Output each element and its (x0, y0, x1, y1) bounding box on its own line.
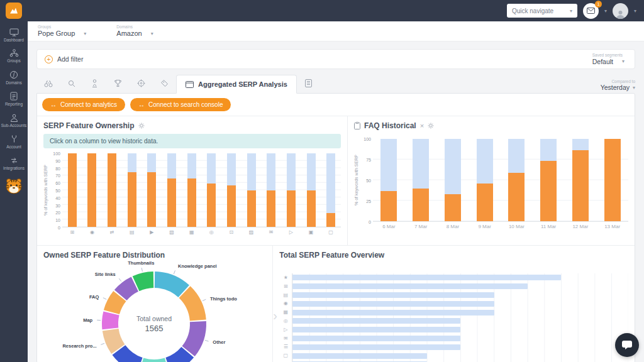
donut-segment[interactable] (121, 284, 135, 295)
y-tick: 20 (55, 211, 60, 215)
owned-bar (413, 189, 429, 221)
chart-column[interactable] (287, 153, 296, 227)
chart-column[interactable] (207, 153, 216, 227)
sidebar-item-domains[interactable]: Domains (0, 67, 28, 89)
chart-column[interactable] (508, 139, 525, 221)
chart-column[interactable] (477, 139, 493, 221)
sidebar-item-dashboard[interactable]: Dashboard (0, 25, 28, 46)
chart-column[interactable] (227, 153, 236, 227)
hbar-axis-icons: ★⊞▤◉▦◎▷✉☰▢⇄ (279, 273, 292, 362)
serp-feature-ownership-chart: % of keywords with SERP 0102030405060708… (43, 153, 341, 235)
donut-label-line (103, 298, 106, 300)
tab-landing-pages[interactable] (130, 79, 153, 93)
add-filter-button[interactable]: + Add filter (45, 55, 83, 63)
hbar-bar[interactable] (292, 327, 460, 332)
donut-segment[interactable] (169, 352, 188, 362)
x-tick-label: 9 Mar (474, 224, 496, 229)
connect-search-console-button[interactable]: ↔ Connect to search console (130, 98, 231, 111)
tab-notes[interactable] (297, 79, 320, 93)
x-axis-labels: 6 Mar7 Mar8 Mar9 Mar10 Mar11 Mar12 Mar13… (373, 224, 628, 229)
total-serp-feature-overview-card: › Total SERP Feature Overview ★⊞▤◉▦◎▷✉☰▢… (273, 246, 635, 362)
user-avatar-button[interactable] (613, 3, 628, 19)
chart-column[interactable] (572, 139, 589, 221)
chevron-down-icon: ▾ (604, 8, 607, 14)
hbar-bar[interactable] (292, 310, 494, 315)
faq-historical-card: FAQ Historical × % of keywords with SERP… (348, 116, 635, 246)
chart-column[interactable] (413, 139, 429, 221)
chart-column[interactable] (326, 153, 335, 227)
donut-segment[interactable] (189, 322, 198, 351)
quick-navigate-select[interactable]: Quick navigate ▾ (507, 4, 577, 18)
chart-column[interactable] (445, 139, 461, 221)
chart-column[interactable] (380, 139, 397, 221)
tab-compare[interactable] (36, 80, 60, 93)
chat-launcher-button[interactable] (615, 333, 639, 357)
chart-column[interactable] (147, 153, 156, 227)
sidebar-item-integrations[interactable]: Integrations (0, 153, 28, 174)
gear-icon[interactable] (428, 123, 434, 129)
chart-column[interactable] (604, 139, 621, 221)
gear-icon[interactable] (138, 123, 145, 129)
binoculars-icon (44, 80, 53, 87)
close-icon[interactable]: × (420, 122, 424, 129)
messages-button[interactable]: 1 (583, 3, 599, 19)
chart-plot-area[interactable] (62, 153, 341, 228)
saved-segments-selector[interactable]: Saved segments Default▾ (592, 53, 627, 65)
hbar-bar[interactable] (292, 292, 494, 298)
hbar-bar[interactable] (292, 353, 427, 359)
hbar-bar[interactable] (292, 344, 460, 350)
group-selector[interactable]: Groups Pope Group▾ (38, 25, 86, 38)
sidebar-item-account[interactable]: Account (0, 131, 28, 153)
x-tick-label: 10 Mar (506, 224, 527, 229)
chart-column[interactable] (128, 153, 136, 227)
donut-segment[interactable] (185, 292, 198, 321)
tab-competitors[interactable] (106, 79, 130, 93)
tab-aggregated-serp-analysis[interactable]: Aggregated SERP Analysis (176, 75, 297, 94)
carousel-next-icon[interactable]: › (273, 309, 277, 323)
connect-search-console-label: Connect to search console (148, 101, 223, 108)
tab-rank-tracking[interactable] (83, 79, 106, 93)
faq-historical-chart: % of keywords with SERP 0255075100 6 Mar… (354, 139, 628, 229)
serp-feature-icon: ▤ (125, 229, 139, 235)
chart-column[interactable] (247, 153, 256, 227)
app-logo[interactable] (6, 3, 22, 19)
donut-segment[interactable] (155, 280, 184, 291)
compared-to-selector[interactable]: Compared to Yesterday▾ (601, 79, 635, 93)
connect-analytics-button[interactable]: ↔ Connect to analytics (42, 98, 125, 111)
donut-segment[interactable] (110, 314, 111, 329)
hbar-row (292, 282, 628, 291)
hbar-bar[interactable] (292, 318, 460, 324)
serp-feature-icon: ✉ (279, 334, 292, 343)
donut-label-line (203, 299, 206, 301)
chart-plot-area[interactable] (373, 139, 628, 222)
y-tick: 60 (55, 181, 60, 185)
tab-tags[interactable] (153, 79, 176, 93)
hbar-bar[interactable] (292, 336, 460, 341)
chart-title: Owned SERP Feature Distribution (43, 251, 165, 260)
donut-segment[interactable] (136, 280, 153, 283)
hbar-bar[interactable] (292, 283, 528, 289)
donut-segment[interactable] (111, 296, 119, 312)
chart-column[interactable] (307, 153, 316, 227)
tab-keyword-research[interactable] (60, 80, 83, 93)
chart-column[interactable] (187, 153, 196, 227)
hbar-bar[interactable] (292, 301, 494, 307)
target-icon (137, 79, 145, 87)
serp-feature-ownership-card: SERP Feature Ownership Click on a column… (37, 116, 348, 246)
chart-column[interactable] (87, 153, 96, 227)
chart-column[interactable] (267, 153, 275, 227)
sidebar-item-reporting[interactable]: Reporting (0, 89, 28, 110)
sidebar-item-sub-accounts[interactable]: Sub-Accounts (0, 111, 28, 131)
tiger-mascot[interactable] (4, 178, 23, 194)
hbar-bar[interactable] (292, 275, 561, 280)
donut-segment[interactable] (119, 350, 140, 362)
sidebar-item-groups[interactable]: Groups (0, 46, 28, 67)
chart-column[interactable] (68, 153, 77, 227)
sidebar-nav: Dashboard Groups Domains Reporting Sub-A… (0, 21, 28, 362)
chart-column[interactable] (167, 153, 176, 227)
chart-column[interactable] (540, 139, 557, 221)
domain-selector[interactable]: Domains Amazon▾ (116, 25, 153, 38)
hbar-row (292, 351, 628, 360)
donut-segment[interactable] (111, 330, 118, 349)
chart-column[interactable] (108, 153, 116, 227)
